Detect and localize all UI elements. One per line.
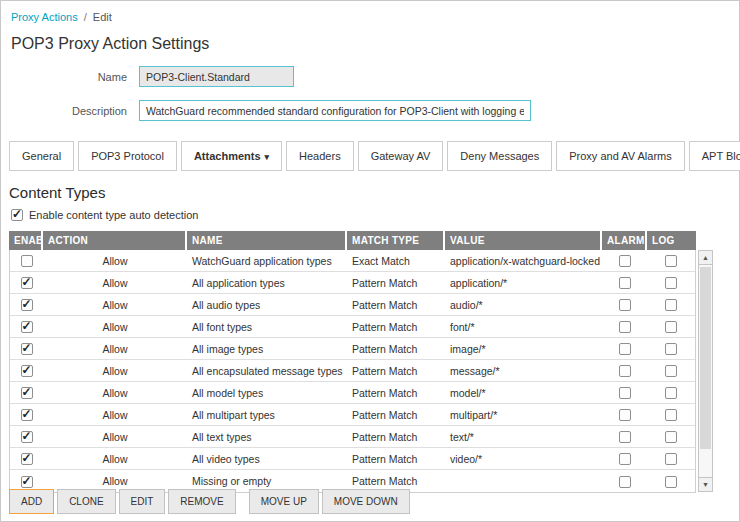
log-checkbox[interactable] (665, 431, 677, 443)
column-header-alarm: ALARM (602, 231, 647, 250)
table-row[interactable]: AllowAll image typesPattern Matchimage/* (10, 338, 695, 360)
tab-label: Deny Messages (460, 150, 539, 162)
enable-checkbox[interactable] (21, 365, 33, 377)
log-checkbox[interactable] (665, 453, 677, 465)
enable-checkbox[interactable] (21, 277, 33, 289)
action-cell: Allow (43, 475, 187, 487)
scroll-up-icon[interactable]: ▲ (699, 251, 712, 265)
log-checkbox[interactable] (665, 409, 677, 421)
enable-checkbox[interactable] (21, 321, 33, 333)
alarm-checkbox-cell (602, 298, 647, 311)
tab-label: Gateway AV (371, 150, 431, 162)
alarm-checkbox[interactable] (619, 299, 631, 311)
auto-detect-row: Enable content type auto detection (11, 209, 739, 221)
name-cell: All text types (187, 431, 347, 443)
edit-button[interactable]: EDIT (119, 489, 166, 514)
scroll-down-icon[interactable]: ▼ (699, 477, 712, 491)
description-field[interactable] (139, 100, 531, 121)
vertical-scrollbar[interactable]: ▲ ▼ (698, 250, 713, 492)
alarm-checkbox-cell (602, 452, 647, 465)
clone-button[interactable]: CLONE (57, 489, 115, 514)
log-checkbox[interactable] (665, 277, 677, 289)
table-row[interactable]: AllowWatchGuard application typesExact M… (10, 250, 695, 272)
enable-checkbox[interactable] (21, 387, 33, 399)
enable-checkbox-cell (10, 474, 43, 487)
table-row[interactable]: AllowAll video typesPattern Matchvideo/* (10, 448, 695, 470)
column-header-action: ACTION (43, 231, 187, 250)
table-row[interactable]: AllowAll text typesPattern Matchtext/* (10, 426, 695, 448)
alarm-checkbox[interactable] (619, 387, 631, 399)
breadcrumb-link-proxy-actions[interactable]: Proxy Actions (11, 11, 78, 23)
action-cell: Allow (43, 343, 187, 355)
enable-checkbox[interactable] (21, 299, 33, 311)
alarm-checkbox[interactable] (619, 321, 631, 333)
table-row[interactable]: AllowAll application typesPattern Matcha… (10, 272, 695, 294)
column-header-name: NAME (187, 231, 347, 250)
content-types-table: ENABLE ACTION NAME MATCH TYPE VALUE ALAR… (9, 231, 713, 493)
enable-checkbox[interactable] (21, 255, 33, 267)
value-cell: text/* (445, 431, 602, 443)
value-cell: image/* (445, 343, 602, 355)
name-cell: All encapsulated message types (187, 365, 347, 377)
table-row[interactable]: AllowAll audio typesPattern Matchaudio/* (10, 294, 695, 316)
tab-attachments[interactable]: Attachments▾ (181, 141, 282, 171)
tab-headers[interactable]: Headers (286, 141, 354, 171)
log-checkbox[interactable] (665, 299, 677, 311)
name-label: Name (1, 71, 139, 83)
enable-checkbox[interactable] (21, 343, 33, 355)
match-type-cell: Pattern Match (347, 409, 445, 421)
name-cell: All font types (187, 321, 347, 333)
enable-checkbox-cell (10, 298, 43, 311)
action-cell: Allow (43, 431, 187, 443)
enable-checkbox[interactable] (21, 453, 33, 465)
alarm-checkbox[interactable] (619, 476, 631, 488)
value-cell: application/* (445, 277, 602, 289)
log-checkbox[interactable] (665, 365, 677, 377)
dropdown-caret-icon: ▾ (265, 152, 270, 162)
log-checkbox[interactable] (665, 387, 677, 399)
tab-proxy-and-av-alarms[interactable]: Proxy and AV Alarms (556, 141, 685, 171)
tab-apt-blocker[interactable]: APT Blocker (689, 141, 740, 171)
alarm-checkbox[interactable] (619, 453, 631, 465)
alarm-checkbox[interactable] (619, 365, 631, 377)
log-checkbox[interactable] (665, 476, 677, 488)
table-row[interactable]: AllowAll font typesPattern Matchfont/* (10, 316, 695, 338)
alarm-checkbox-cell (602, 254, 647, 267)
tab-gateway-av[interactable]: Gateway AV (358, 141, 444, 171)
table-row[interactable]: AllowAll encapsulated message typesPatte… (10, 360, 695, 382)
action-button-row: ADDCLONEEDITREMOVE MOVE UPMOVE DOWN (9, 489, 410, 514)
tab-deny-messages[interactable]: Deny Messages (447, 141, 552, 171)
table-row[interactable]: AllowAll model typesPattern Matchmodel/* (10, 382, 695, 404)
tab-label: Attachments (194, 150, 261, 162)
name-cell: All model types (187, 387, 347, 399)
enable-checkbox[interactable] (21, 431, 33, 443)
value-cell: message/* (445, 365, 602, 377)
name-field[interactable] (139, 66, 294, 87)
tab-general[interactable]: General (9, 141, 74, 171)
alarm-checkbox-cell (602, 430, 647, 443)
alarm-checkbox[interactable] (619, 277, 631, 289)
remove-button[interactable]: REMOVE (168, 489, 235, 514)
move-down-button[interactable]: MOVE DOWN (322, 489, 410, 514)
move-buttons-group: MOVE UPMOVE DOWN (249, 489, 410, 514)
table-row[interactable]: AllowAll multipart typesPattern Matchmul… (10, 404, 695, 426)
log-checkbox[interactable] (665, 343, 677, 355)
log-checkbox[interactable] (665, 255, 677, 267)
add-button[interactable]: ADD (9, 489, 54, 514)
value-cell: font/* (445, 321, 602, 333)
tab-pop3-protocol[interactable]: POP3 Protocol (78, 141, 177, 171)
log-checkbox[interactable] (665, 321, 677, 333)
enable-checkbox-cell (10, 452, 43, 465)
auto-detect-checkbox[interactable] (11, 209, 23, 221)
move-up-button[interactable]: MOVE UP (249, 489, 319, 514)
enable-checkbox[interactable] (21, 409, 33, 421)
alarm-checkbox[interactable] (619, 409, 631, 421)
alarm-checkbox[interactable] (619, 255, 631, 267)
column-header-value: VALUE (445, 231, 602, 250)
scrollbar-thumb[interactable] (700, 267, 711, 449)
enable-checkbox-cell (10, 342, 43, 355)
enable-checkbox[interactable] (21, 476, 33, 488)
alarm-checkbox[interactable] (619, 431, 631, 443)
action-cell: Allow (43, 299, 187, 311)
alarm-checkbox[interactable] (619, 343, 631, 355)
